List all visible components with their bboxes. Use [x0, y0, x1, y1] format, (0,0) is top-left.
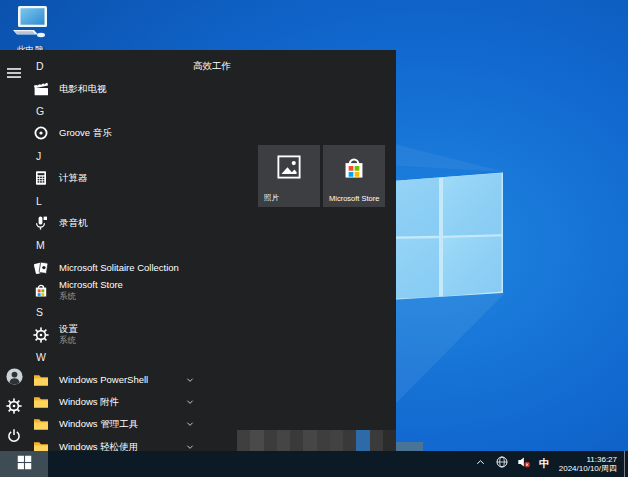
- mosaic-block: [277, 430, 290, 451]
- rail-button-settings[interactable]: [0, 391, 28, 421]
- clock-time: 11:36:27: [559, 455, 617, 465]
- app-subtitle: 系统: [59, 291, 123, 301]
- app-list-section-S[interactable]: S: [26, 301, 198, 323]
- app-item-movies-tv[interactable]: 电影和电视: [26, 77, 198, 99]
- mosaic-block: [303, 430, 316, 451]
- app-label: Groove 音乐: [59, 128, 112, 138]
- icon-box: [33, 416, 49, 432]
- tile-label: 照片: [264, 193, 279, 203]
- app-list-section-D[interactable]: D: [26, 55, 198, 77]
- taskbar: 中 11:36:27 2024/10/10/周四: [0, 451, 628, 477]
- app-list-section-M[interactable]: M: [26, 234, 198, 256]
- app-text: Microsoft Solitaire Collection: [59, 263, 179, 273]
- icon-box: [33, 327, 49, 343]
- mosaic-block: [330, 430, 343, 451]
- volume-muted-icon: [517, 455, 531, 473]
- tile-label: Microsoft Store: [329, 194, 379, 203]
- ime-indicator[interactable]: 中: [539, 457, 550, 471]
- app-text: Windows PowerShell: [59, 375, 148, 385]
- gear-icon: [6, 398, 22, 414]
- app-text: 设置系统: [59, 324, 78, 345]
- voice-recorder-icon: [33, 215, 49, 231]
- folder-icon: [33, 372, 49, 388]
- mosaic-block: [237, 430, 250, 451]
- mosaic-block: [370, 430, 383, 451]
- icon-box: [33, 81, 49, 97]
- hamburger-icon: [6, 65, 22, 81]
- app-text: 计算器: [59, 173, 88, 183]
- rail-button-power[interactable]: [0, 421, 28, 451]
- app-list-section-J[interactable]: J: [26, 145, 198, 167]
- tile-microsoft-store[interactable]: Microsoft Store: [323, 145, 385, 207]
- folder-icon: [33, 416, 49, 432]
- photos-icon: [276, 154, 302, 184]
- mosaic-block: [290, 430, 303, 451]
- app-label: 设置: [59, 324, 78, 334]
- tile-group-label[interactable]: 高效工作: [193, 60, 231, 73]
- app-item-voice-recorder[interactable]: 录音机: [26, 212, 198, 234]
- app-subtitle: 系统: [59, 335, 78, 345]
- app-item-solitaire-collection[interactable]: Microsoft Solitaire Collection: [26, 257, 198, 279]
- app-item-calculator[interactable]: 计算器: [26, 167, 198, 189]
- app-item-windows-powershell[interactable]: Windows PowerShell: [26, 368, 198, 390]
- app-text: Windows 管理工具: [59, 419, 138, 429]
- chevron-up-icon: [474, 455, 487, 473]
- mosaic-block: [356, 430, 369, 451]
- expand-chevron[interactable]: [184, 418, 196, 430]
- app-label: Microsoft Solitaire Collection: [59, 263, 179, 273]
- app-item-groove-music[interactable]: Groove 音乐: [26, 122, 198, 144]
- clock-date: 2024/10/10/周四: [559, 464, 617, 474]
- windows-logo-icon: [17, 455, 32, 474]
- tile-photos[interactable]: 照片: [258, 145, 320, 207]
- mosaic-block: [317, 430, 330, 451]
- groove-icon: [33, 125, 49, 141]
- this-pc-icon: [10, 5, 50, 43]
- start-menu-rail: [0, 50, 28, 451]
- app-text: Groove 音乐: [59, 128, 112, 138]
- chevron-down-icon: [184, 374, 196, 386]
- expand-chevron[interactable]: [184, 396, 196, 408]
- hidden-icons-button[interactable]: [472, 451, 488, 477]
- chevron-down-icon: [184, 418, 196, 430]
- rail-button-user[interactable]: [0, 361, 28, 391]
- movies-tv-icon: [33, 81, 49, 97]
- censored-mosaic: [237, 430, 396, 451]
- section-letter: D: [36, 60, 44, 72]
- section-letter: M: [36, 239, 45, 251]
- censored-mosaic-extension: [396, 442, 423, 451]
- app-item-settings[interactable]: 设置系统: [26, 324, 198, 346]
- system-tray: 中 11:36:27 2024/10/10/周四: [469, 451, 628, 477]
- start-button[interactable]: [0, 451, 48, 477]
- mosaic-block: [250, 430, 263, 451]
- app-label: Windows PowerShell: [59, 375, 148, 385]
- solitaire-icon: [33, 260, 49, 276]
- app-label: Windows 管理工具: [59, 419, 138, 429]
- show-desktop-button[interactable]: [624, 451, 628, 477]
- mosaic-block: [343, 430, 356, 451]
- icon-box: [33, 260, 49, 276]
- volume-button[interactable]: [516, 451, 532, 477]
- app-item-windows-admin-tools[interactable]: Windows 管理工具: [26, 413, 198, 435]
- app-label: 录音机: [59, 218, 88, 228]
- section-letter: J: [36, 150, 41, 162]
- app-list-section-W[interactable]: W: [26, 346, 198, 368]
- app-text: Microsoft Store系统: [59, 280, 123, 301]
- app-label: Microsoft Store: [59, 280, 123, 290]
- globe-network-icon: [495, 455, 509, 473]
- section-letter: W: [36, 351, 46, 363]
- app-list-section-G[interactable]: G: [26, 100, 198, 122]
- clock[interactable]: 11:36:27 2024/10/10/周四: [559, 455, 617, 474]
- app-label: 计算器: [59, 173, 88, 183]
- network-button[interactable]: [494, 451, 510, 477]
- rail-button-expand[interactable]: [0, 58, 28, 88]
- icon-box: [33, 394, 49, 410]
- mosaic-block: [264, 430, 277, 451]
- app-item-windows-accessories[interactable]: Windows 附件: [26, 391, 198, 413]
- start-menu-app-list: D电影和电视GGroove 音乐J计算器L录音机MMicrosoft Solit…: [26, 55, 198, 458]
- icon-box: [33, 215, 49, 231]
- app-list-section-L[interactable]: L: [26, 189, 198, 211]
- app-item-microsoft-store[interactable]: Microsoft Store系统: [26, 279, 198, 301]
- expand-chevron[interactable]: [184, 374, 196, 386]
- section-letter: L: [36, 195, 42, 207]
- section-letter: G: [36, 105, 44, 117]
